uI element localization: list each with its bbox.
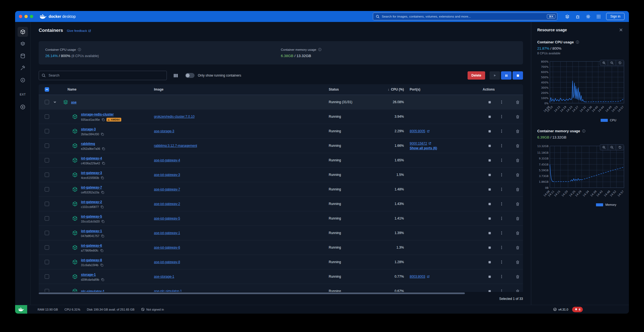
copy-id-button[interactable] bbox=[101, 191, 104, 194]
container-name-link[interactable]: plc-simulator-1 bbox=[81, 289, 105, 292]
row-menu-button[interactable] bbox=[497, 287, 506, 292]
row-checkbox[interactable] bbox=[45, 260, 49, 264]
delete-container-button[interactable] bbox=[513, 229, 522, 237]
container-name-link[interactable]: iot-gateway-1 bbox=[81, 229, 102, 233]
close-panel-icon[interactable] bbox=[618, 27, 624, 33]
table-row[interactable]: iot-gateway-533ccd1dc0d20 ase-iot-gatewa… bbox=[39, 211, 523, 226]
row-menu-button[interactable] bbox=[497, 214, 506, 223]
column-ports[interactable]: Port(s) bbox=[407, 88, 480, 91]
sidebar-item-containers[interactable] bbox=[18, 27, 28, 37]
table-row[interactable]: iot-gateway-1047b8f041757 ase-iot-gatewa… bbox=[39, 226, 523, 240]
sidebar-item-dev-environments[interactable] bbox=[18, 75, 28, 85]
container-name-link[interactable]: iot-gateway-3 bbox=[81, 171, 102, 175]
row-menu-button[interactable] bbox=[497, 243, 506, 252]
stop-container-button[interactable] bbox=[485, 243, 494, 252]
container-name-link[interactable]: iot-gateway-8 bbox=[81, 258, 102, 262]
delete-container-button[interactable] bbox=[513, 142, 522, 150]
zoom-in-icon[interactable] bbox=[600, 145, 608, 150]
row-menu-button[interactable] bbox=[497, 98, 506, 106]
engine-status-whale[interactable] bbox=[15, 305, 27, 314]
table-row[interactable]: iot-gateway-4c4036a229a42 ase-iot-gatewa… bbox=[39, 153, 523, 168]
container-name-link[interactable]: storage-3 bbox=[81, 127, 96, 131]
stop-container-button[interactable] bbox=[485, 287, 494, 292]
info-icon[interactable] bbox=[318, 48, 322, 51]
zoom-in-icon[interactable] bbox=[600, 60, 608, 66]
table-row[interactable]: storage-1d39fcda4a89b ase-storage-1 Runn… bbox=[39, 269, 523, 284]
image-link[interactable]: ase-storage-1 bbox=[154, 275, 174, 278]
row-menu-button[interactable] bbox=[497, 156, 506, 164]
port-link[interactable]: 8005:8005 bbox=[410, 129, 430, 133]
table-row[interactable]: iot-gateway-7cef53352a10a ase-iot-gatewa… bbox=[39, 182, 523, 197]
row-menu-button[interactable] bbox=[497, 200, 506, 208]
container-name-link[interactable]: storage-redis-cluster bbox=[81, 112, 114, 116]
row-menu-button[interactable] bbox=[497, 171, 506, 179]
delete-container-button[interactable] bbox=[513, 171, 522, 179]
delete-container-button[interactable] bbox=[513, 243, 522, 252]
container-name-link[interactable]: iot-gateway-5 bbox=[81, 215, 102, 218]
row-menu-button[interactable] bbox=[497, 258, 506, 266]
column-name[interactable]: Name bbox=[68, 88, 77, 91]
container-group-name-link[interactable]: ase bbox=[71, 100, 77, 104]
row-checkbox[interactable] bbox=[45, 289, 49, 292]
sidebar-item-volumes[interactable] bbox=[18, 51, 28, 61]
image-link[interactable]: ase-iot-gateway-2 bbox=[154, 202, 180, 206]
pause-button[interactable] bbox=[501, 71, 511, 80]
port-link[interactable]: 9000:15672 bbox=[410, 142, 431, 145]
zoom-out-icon[interactable] bbox=[608, 60, 616, 66]
running-only-toggle[interactable] bbox=[185, 73, 195, 78]
troubleshoot-bug-icon[interactable] bbox=[574, 13, 581, 20]
column-status[interactable]: Status bbox=[325, 88, 380, 91]
copy-id-button[interactable] bbox=[100, 249, 103, 252]
image-link[interactable]: ase-iot-gateway-7 bbox=[154, 187, 180, 191]
layers-icon[interactable] bbox=[563, 13, 571, 20]
container-name-link[interactable]: iot-gateway-7 bbox=[81, 185, 102, 189]
copy-id-button[interactable] bbox=[101, 234, 104, 238]
container-name-link[interactable]: iot-gateway-6 bbox=[81, 244, 102, 247]
info-icon[interactable] bbox=[78, 48, 81, 51]
stop-container-button[interactable] bbox=[485, 214, 494, 223]
container-search-box[interactable] bbox=[39, 71, 167, 80]
row-menu-button[interactable] bbox=[497, 272, 506, 281]
add-extension-button[interactable] bbox=[18, 102, 28, 112]
row-checkbox[interactable] bbox=[45, 231, 49, 235]
copy-id-button[interactable] bbox=[102, 162, 105, 165]
delete-container-button[interactable] bbox=[513, 156, 522, 164]
zoom-reset-icon[interactable] bbox=[616, 145, 624, 150]
delete-button[interactable]: Delete bbox=[468, 71, 485, 80]
row-checkbox[interactable] bbox=[45, 202, 49, 206]
image-link[interactable]: ase-plc-simulator-1 bbox=[154, 289, 182, 292]
zoom-out-icon[interactable] bbox=[608, 145, 616, 150]
delete-container-button[interactable] bbox=[513, 112, 522, 121]
row-checkbox[interactable] bbox=[45, 100, 49, 104]
container-name-link[interactable]: rabbitmq bbox=[81, 142, 95, 146]
zoom-reset-icon[interactable] bbox=[616, 60, 624, 66]
delete-container-button[interactable] bbox=[513, 258, 522, 266]
copy-id-button[interactable] bbox=[102, 118, 105, 121]
copy-id-button[interactable] bbox=[102, 147, 105, 150]
apps-grid-icon[interactable] bbox=[595, 13, 602, 20]
start-button[interactable] bbox=[490, 71, 500, 80]
stop-container-button[interactable] bbox=[485, 258, 494, 266]
info-icon[interactable] bbox=[582, 129, 586, 133]
copy-id-button[interactable] bbox=[100, 205, 104, 209]
row-menu-button[interactable] bbox=[497, 185, 506, 193]
notifications-badge[interactable]: 4 bbox=[572, 307, 583, 312]
scrollbar-thumb[interactable] bbox=[39, 292, 465, 294]
row-menu-button[interactable] bbox=[497, 142, 506, 150]
copy-id-button[interactable] bbox=[101, 133, 104, 136]
copy-id-button[interactable] bbox=[100, 263, 103, 267]
container-name-link[interactable]: storage-1 bbox=[81, 273, 96, 277]
container-search-input[interactable] bbox=[48, 73, 164, 78]
row-menu-button[interactable] bbox=[497, 112, 506, 121]
table-row[interactable]: iot-gateway-34cec615f383b ase-iot-gatewa… bbox=[39, 168, 523, 182]
view-columns-icon[interactable] bbox=[173, 73, 178, 78]
maximize-window-button[interactable] bbox=[30, 15, 33, 18]
stop-container-button[interactable] bbox=[485, 142, 494, 150]
row-checkbox[interactable] bbox=[45, 187, 49, 192]
image-link[interactable]: ase-iot-gateway-5 bbox=[154, 216, 180, 220]
stop-container-button[interactable] bbox=[485, 98, 494, 106]
image-link[interactable]: ase-iot-gateway-8 bbox=[154, 260, 180, 264]
container-name-link[interactable]: iot-gateway-4 bbox=[81, 156, 102, 160]
stop-container-button[interactable] bbox=[485, 229, 494, 237]
stop-button[interactable] bbox=[513, 71, 523, 80]
